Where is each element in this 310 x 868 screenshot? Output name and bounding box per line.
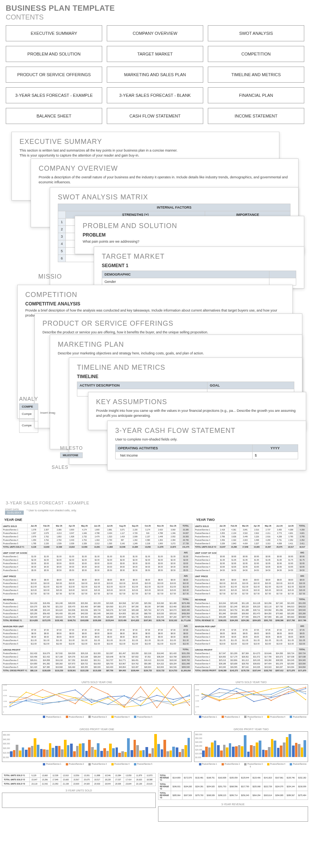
year-two-block: YEAR TWO UNITS SOLDJan-26Feb-26Mar-26Apr…: [194, 516, 308, 674]
nav-button[interactable]: EXECUTIVE SUMMARY: [6, 25, 102, 41]
svg-point-23: [91, 686, 92, 687]
svg-point-11: [91, 702, 92, 702]
svg-point-51: [157, 687, 157, 688]
svg-point-91: [288, 689, 289, 689]
svg-text:4,000: 4,000: [3, 689, 7, 691]
svg-point-72: [202, 699, 202, 700]
nav-button[interactable]: BALANCE SHEET: [6, 108, 102, 124]
svg-point-35: [91, 698, 92, 699]
svg-point-75: [253, 701, 254, 702]
start-date[interactable]: 01/01/20XX: [5, 511, 24, 515]
nav-button[interactable]: CASH FLOW STATEMENT: [107, 108, 203, 124]
svg-point-41: [189, 701, 190, 702]
target-demo: DEMOGRAPHIC: [102, 271, 269, 278]
line-chart-y2: 01,0002,0003,0004,0005,000: [194, 684, 308, 715]
chart-legend: Product/Service 1Product/Service 2Produc…: [194, 715, 308, 721]
svg-point-65: [189, 694, 190, 695]
svg-point-92: [305, 691, 306, 692]
dollar-cell[interactable]: $: [252, 452, 298, 459]
nav-button[interactable]: COMPANY OVERVIEW: [107, 25, 203, 41]
chart-gp-y2: GROSS PROFIT YEAR TWO $0,000$10,000$20,0…: [194, 727, 308, 768]
sheet-desc: Provide a description of the overall nat…: [39, 175, 290, 184]
svg-point-60: [108, 704, 108, 705]
svg-point-77: [288, 693, 289, 694]
target-table: DEMOGRAPHIC Gender: [102, 271, 296, 286]
svg-point-102: [236, 687, 237, 688]
sheet-title: MARKETING PLAN: [58, 341, 294, 349]
svg-text:2,000: 2,000: [3, 700, 7, 702]
svg-point-53: [189, 699, 190, 700]
svg-point-18: [10, 702, 10, 702]
svg-point-27: [157, 707, 157, 708]
nav-button[interactable]: 3-YEAR SALES FORECAST - BLANK: [107, 87, 203, 103]
sheet-desc: This section is written last and summari…: [20, 148, 271, 153]
svg-text:1,000: 1,000: [195, 705, 199, 707]
forecast-note: * User to complete non-shaded cells, onl…: [27, 508, 77, 515]
sheet-title: PROBLEM AND SOLUTION: [83, 222, 296, 230]
svg-point-55: [26, 700, 26, 701]
svg-point-73: [219, 688, 220, 689]
summary-units-table: TOTAL UNITS SOLD Y19,12913,66012,53913,9…: [2, 773, 156, 786]
three-year-revenue-chart: [158, 806, 308, 822]
svg-point-44: [42, 697, 43, 698]
analysis-peek: ANALY COMPE Compe Compe: [19, 396, 38, 433]
svg-point-64: [173, 702, 173, 702]
svg-point-48: [108, 697, 108, 698]
nav-button[interactable]: TIMELINE AND METRICS: [208, 67, 304, 83]
svg-point-37: [124, 704, 124, 705]
cashflow-table: OPERATING ACTIVITIESYYYY Net Income$: [115, 444, 298, 459]
svg-point-21: [59, 695, 59, 696]
three-year-units-chart: [2, 793, 156, 808]
svg-point-49: [124, 706, 124, 707]
svg-point-12: [108, 696, 108, 697]
svg-point-29: [189, 705, 190, 705]
sheet-title: TIMELINE AND METRICS: [77, 364, 294, 372]
nav-button[interactable]: INCOME STATEMENT: [208, 108, 304, 124]
svg-point-56: [42, 704, 43, 705]
svg-point-94: [219, 699, 220, 700]
nav-button[interactable]: FINANCIAL PLAN: [208, 87, 304, 103]
svg-text:0: 0: [195, 711, 196, 713]
sheet-title: COMPETITION: [25, 291, 285, 299]
chart-legend: Product/Service 1Product/Service 2Produc…: [2, 715, 192, 719]
svg-point-62: [140, 705, 141, 706]
svg-text:3,000: 3,000: [3, 695, 7, 697]
chart-gp-y1: GROSS PROFIT YEAR ONE $0,000$10,000$20,0…: [2, 727, 192, 768]
svg-point-78: [305, 688, 306, 689]
swot-internal-header: INTERNAL FACTORS: [58, 204, 290, 211]
svg-point-6: [10, 706, 10, 707]
insert-image-peek: Insert imag: [40, 411, 55, 414]
nav-button[interactable]: PROBLEM AND SOLUTION: [6, 46, 102, 62]
nav-button[interactable]: PRODUCT OR SERVICE OFFERINGS: [6, 67, 102, 83]
svg-point-63: [157, 700, 157, 701]
svg-point-84: [288, 691, 289, 692]
year-two-table: UNITS SOLDJan-26Feb-26Mar-26Apr-26May-26…: [194, 523, 308, 674]
svg-point-76: [271, 697, 272, 698]
svg-text:1,000: 1,000: [3, 705, 7, 707]
svg-point-7: [26, 700, 26, 700]
year-one-label: YEAR ONE: [2, 516, 193, 523]
svg-point-59: [91, 699, 92, 700]
target-gender: Gender: [102, 278, 269, 286]
svg-text:0: 0: [3, 711, 4, 713]
svg-point-46: [75, 697, 75, 698]
preview-area: EXECUTIVE SUMMARY This section is writte…: [0, 132, 310, 495]
nav-button[interactable]: COMPETITION: [208, 46, 304, 62]
nav-button[interactable]: MARKETING AND SALES PLAN: [107, 67, 203, 83]
summary-revenue-table: TOTAL REVENUE Y1$114,800$172,570$132,481…: [158, 773, 308, 800]
svg-point-85: [305, 687, 306, 687]
year-one-block: YEAR ONE UNITS SOLDJan-25Feb-25Mar-25Apr…: [2, 516, 193, 674]
sheet-title: SWOT ANALYSIS MATRIX: [58, 193, 290, 201]
sheet-subtitle: SEGMENT 1: [102, 263, 296, 268]
svg-point-99: [305, 699, 306, 700]
nav-button[interactable]: SWOT ANALYSIS: [208, 25, 304, 41]
svg-point-54: [10, 702, 10, 703]
forecast-title: 3-YEAR SALES FORECAST - EXAMPLE: [2, 499, 308, 507]
svg-point-61: [124, 695, 124, 696]
nav-button[interactable]: 3-YEAR SALES FORECAST - EXAMPLE: [6, 87, 102, 103]
svg-point-14: [140, 700, 141, 701]
svg-point-28: [173, 686, 173, 687]
nav-button[interactable]: TARGET MARKET: [107, 46, 203, 62]
svg-point-58: [75, 699, 75, 700]
sheet-title: EXECUTIVE SUMMARY: [20, 138, 271, 146]
